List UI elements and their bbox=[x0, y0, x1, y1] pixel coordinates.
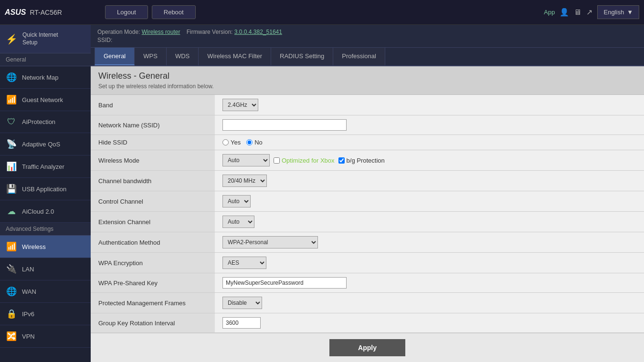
field-value-auth-method: Open System WPA-Personal WPA2-Personal W… bbox=[215, 232, 644, 253]
hide-ssid-yes-label[interactable]: Yes bbox=[222, 139, 241, 146]
field-label-extension-channel: Extension Channel bbox=[91, 212, 215, 232]
xbox-label: Optimized for Xbox bbox=[282, 157, 335, 164]
hide-ssid-no-label[interactable]: No bbox=[246, 139, 263, 146]
sidebar-item-label: Network Map bbox=[22, 74, 59, 81]
wpa-encrypt-select[interactable]: AES TKIP TKIP+AES bbox=[222, 257, 266, 269]
table-row: Band 2.4GHz 5GHz bbox=[91, 95, 644, 115]
field-value-extension-channel: Auto Upper Lower bbox=[215, 212, 644, 232]
logo-model: RT-AC56R bbox=[30, 9, 62, 16]
traffic-analyzer-icon: 📊 bbox=[6, 161, 17, 172]
operation-mode-label: Operation Mode: bbox=[97, 29, 140, 35]
control-channel-select[interactable]: Auto 1234 5678 91011 bbox=[222, 195, 251, 207]
hide-ssid-radio-group: Yes No bbox=[222, 139, 636, 146]
sidebar-item-vpn[interactable]: 🔀 VPN bbox=[0, 325, 91, 348]
hide-ssid-no-radio[interactable] bbox=[246, 139, 253, 145]
bgp-label: b/g Protection bbox=[347, 157, 385, 164]
field-value-wpa-key bbox=[215, 273, 644, 293]
sidebar-item-label: LAN bbox=[22, 266, 34, 273]
content-header: Operation Mode: Wireless router Firmware… bbox=[91, 25, 644, 48]
sidebar-item-lan[interactable]: 🔌 LAN bbox=[0, 258, 91, 280]
wan-icon: 🌐 bbox=[6, 286, 17, 297]
wireless-mode-select[interactable]: Auto N only Legacy N/AC mixed bbox=[222, 154, 270, 166]
xbox-checkbox[interactable] bbox=[274, 157, 280, 164]
pmf-select[interactable]: Disable Capable Required bbox=[222, 297, 262, 309]
table-row: Hide SSID Yes No bbox=[91, 135, 644, 150]
operation-mode-value[interactable]: Wireless router bbox=[142, 29, 180, 35]
hide-ssid-yes-radio[interactable] bbox=[222, 139, 229, 145]
language-selector[interactable]: English ▼ bbox=[597, 5, 639, 19]
quick-internet-setup[interactable]: ⚡ Quick Internet Setup bbox=[0, 25, 91, 53]
general-section-label: General bbox=[0, 53, 91, 66]
field-label-wireless-mode: Wireless Mode bbox=[91, 150, 215, 171]
page-title-bar: Wireless - General Set up the wireless r… bbox=[91, 66, 644, 95]
sidebar-item-wan[interactable]: 🌐 WAN bbox=[0, 280, 91, 303]
user-icon[interactable]: 👤 bbox=[560, 8, 569, 17]
field-label-hide-ssid: Hide SSID bbox=[91, 135, 215, 150]
tab-wps[interactable]: WPS bbox=[135, 48, 167, 65]
usb-application-icon: 💾 bbox=[6, 184, 17, 194]
monitor-icon[interactable]: 🖥 bbox=[574, 8, 581, 17]
logout-button[interactable]: Logout bbox=[105, 5, 148, 19]
share-icon[interactable]: ↗ bbox=[586, 8, 592, 17]
tab-radius[interactable]: RADIUS Setting bbox=[271, 48, 333, 65]
sidebar-item-label: VPN bbox=[22, 333, 35, 340]
guest-network-icon: 📶 bbox=[6, 94, 17, 105]
reboot-button[interactable]: Reboot bbox=[152, 5, 196, 19]
wireless-icon: 📶 bbox=[6, 241, 17, 252]
sidebar-item-aicloud[interactable]: ☁ AiCloud 2.0 bbox=[0, 200, 91, 223]
apply-button[interactable]: Apply bbox=[329, 339, 405, 356]
sidebar-item-guest-network[interactable]: 📶 Guest Network bbox=[0, 89, 91, 111]
field-value-channel-bw: 20 MHz 20/40 MHz 40 MHz bbox=[215, 171, 644, 191]
xbox-checkbox-label[interactable]: Optimized for Xbox bbox=[274, 157, 335, 164]
ssid-input[interactable] bbox=[222, 119, 347, 131]
wireless-tabs: General WPS WDS Wireless MAC Filter RADI… bbox=[91, 48, 644, 66]
advanced-section-label: Advanced Settings bbox=[0, 223, 91, 236]
network-map-icon: 🌐 bbox=[6, 72, 17, 83]
field-label-channel-bw: Channel bandwidth bbox=[91, 171, 215, 191]
tab-wds[interactable]: WDS bbox=[167, 48, 199, 65]
lan-icon: 🔌 bbox=[6, 264, 17, 274]
sidebar-item-label: IPv6 bbox=[22, 310, 34, 318]
table-row: Group Key Rotation Interval bbox=[91, 313, 644, 333]
apply-row: Apply bbox=[91, 333, 644, 362]
group-key-input[interactable] bbox=[222, 317, 261, 329]
wpa-key-input[interactable] bbox=[222, 277, 347, 289]
ipv6-icon: 🔒 bbox=[6, 309, 17, 319]
sidebar-item-ipv6[interactable]: 🔒 IPv6 bbox=[0, 303, 91, 325]
extension-channel-select[interactable]: Auto Upper Lower bbox=[222, 216, 254, 228]
table-row: Channel bandwidth 20 MHz 20/40 MHz 40 MH… bbox=[91, 171, 644, 191]
table-row: WPA Encryption AES TKIP TKIP+AES bbox=[91, 253, 644, 273]
bgp-checkbox-label[interactable]: b/g Protection bbox=[338, 157, 385, 164]
sidebar-item-traffic-analyzer[interactable]: 📊 Traffic Analyzer bbox=[0, 155, 91, 178]
table-row: Network Name (SSID) bbox=[91, 115, 644, 135]
ssid-label: SSID: bbox=[97, 37, 112, 43]
field-value-group-key bbox=[215, 313, 644, 333]
sidebar-item-label: Wireless bbox=[22, 243, 46, 250]
tab-professional[interactable]: Professional bbox=[333, 48, 385, 65]
sidebar-item-usb-application[interactable]: 💾 USB Application bbox=[0, 178, 91, 200]
field-value-ssid bbox=[215, 115, 644, 135]
sidebar-item-adaptive-qos[interactable]: 📡 Adaptive QoS bbox=[0, 133, 91, 155]
sidebar-item-label: AiCloud 2.0 bbox=[22, 208, 54, 215]
tab-mac-filter[interactable]: Wireless MAC Filter bbox=[199, 48, 271, 65]
band-select[interactable]: 2.4GHz 5GHz bbox=[222, 99, 258, 111]
tab-general[interactable]: General bbox=[95, 48, 135, 65]
bgp-checkbox[interactable] bbox=[338, 157, 345, 164]
field-label-group-key: Group Key Rotation Interval bbox=[91, 313, 215, 333]
auth-method-select[interactable]: Open System WPA-Personal WPA2-Personal W… bbox=[222, 236, 318, 248]
sidebar-item-network-map[interactable]: 🌐 Network Map bbox=[0, 66, 91, 89]
sidebar-item-wireless[interactable]: 📶 Wireless bbox=[0, 236, 91, 258]
app-link[interactable]: App bbox=[544, 9, 555, 16]
content-inner: Wireless - General Set up the wireless r… bbox=[91, 66, 644, 362]
language-label: English bbox=[603, 9, 624, 16]
table-row: Extension Channel Auto Upper Lower bbox=[91, 212, 644, 232]
field-value-pmf: Disable Capable Required bbox=[215, 293, 644, 313]
aicloud-icon: ☁ bbox=[6, 206, 17, 217]
quick-setup-icon: ⚡ bbox=[6, 33, 18, 45]
quick-setup-text: Quick Internet Setup bbox=[22, 31, 58, 46]
sidebar-item-aiprotection[interactable]: 🛡 AiProtection bbox=[0, 111, 91, 133]
channel-bw-select[interactable]: 20 MHz 20/40 MHz 40 MHz bbox=[222, 175, 267, 187]
settings-table: Band 2.4GHz 5GHz Network Name (SSID) bbox=[91, 95, 644, 333]
firmware-value[interactable]: 3.0.0.4.382_51641 bbox=[234, 29, 282, 35]
ssid-line: SSID: bbox=[97, 37, 637, 43]
